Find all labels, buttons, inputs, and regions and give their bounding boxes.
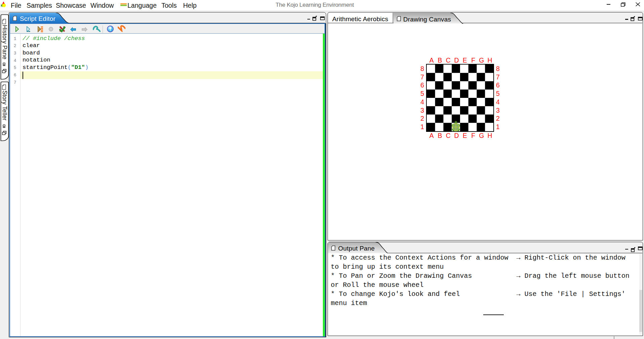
svg-text:1: 1 [496, 123, 500, 130]
svg-text:E: E [463, 57, 467, 64]
svg-text:F: F [471, 132, 475, 139]
svg-text:7: 7 [420, 73, 424, 81]
svg-text:C: C [446, 132, 451, 139]
svg-text:D: D [454, 57, 459, 64]
svg-text:7: 7 [496, 73, 500, 81]
svg-text:3: 3 [420, 107, 424, 114]
svg-text:H: H [488, 57, 492, 64]
svg-text:2: 2 [496, 115, 500, 122]
svg-text:6: 6 [420, 81, 424, 89]
svg-text:5: 5 [496, 90, 500, 97]
svg-text:3: 3 [496, 107, 500, 114]
svg-text:8: 8 [496, 65, 500, 72]
svg-text:E: E [463, 132, 467, 139]
svg-text:6: 6 [496, 81, 500, 89]
svg-text:C: C [446, 57, 451, 64]
svg-text:G: G [479, 57, 484, 64]
svg-text:2: 2 [420, 115, 424, 122]
svg-text:B: B [438, 57, 442, 64]
svg-text:B: B [438, 132, 442, 139]
svg-text:A: A [429, 57, 434, 64]
svg-text:5: 5 [420, 90, 424, 97]
svg-text:D: D [454, 132, 459, 139]
svg-text:1: 1 [420, 123, 424, 130]
svg-text:8: 8 [420, 65, 424, 72]
svg-text:A: A [429, 132, 434, 139]
svg-text:F: F [471, 57, 475, 64]
svg-text:4: 4 [496, 98, 500, 106]
svg-text:H: H [488, 132, 492, 139]
svg-text:G: G [479, 132, 484, 139]
svg-text:4: 4 [420, 98, 424, 106]
